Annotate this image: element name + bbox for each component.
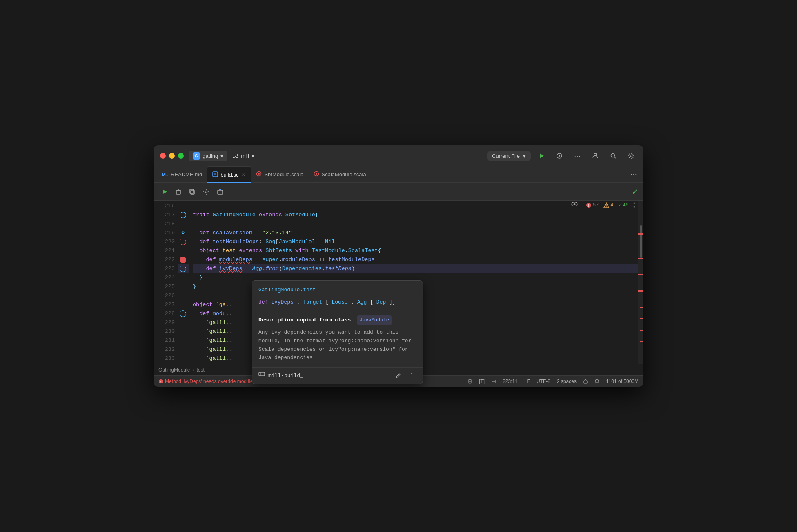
status-line-ending[interactable]: LF (524, 379, 530, 384)
main-area: ! 57 ! 4 ✓ 46 ▲ ▼ (154, 201, 643, 364)
delete-toolbar-button[interactable] (172, 186, 185, 198)
footer-module-name: mill-build_ (268, 371, 390, 380)
export-toolbar-button[interactable] (214, 186, 226, 198)
type-sbttests: SbtTests (265, 246, 295, 255)
tooltip-footer: mill-build_ ⋮ (252, 367, 423, 384)
code-line-221: object test extends SbtTests with TestMo… (193, 246, 640, 255)
breadcrumb-item-1[interactable]: GatlingModule (158, 367, 190, 373)
code-line-220: def testModuleDeps : Seq [ JavaModule ] … (193, 237, 640, 246)
status-position[interactable]: 223:11 (503, 379, 518, 384)
tab-build-label: build.sc (220, 172, 238, 178)
vcs-branch: mill (241, 153, 249, 159)
type-javamodule: JavaModule (279, 237, 312, 246)
tab-build[interactable]: build.sc ✕ (207, 166, 251, 183)
scrollbar-track[interactable] (638, 201, 643, 364)
status-indent-icon[interactable] (491, 379, 496, 384)
copy-toolbar-button[interactable] (186, 186, 198, 198)
minimize-button[interactable] (169, 153, 175, 159)
tab-scalamodule[interactable]: ScalaModule.scala (309, 166, 371, 183)
status-memory[interactable]: 1101 of 5000M (606, 379, 639, 384)
keyword-extends: extends (259, 211, 285, 219)
tooltip-body: Description copied from class: JavaModul… (252, 310, 423, 367)
kw-object: object (199, 246, 223, 255)
line-num-230: 230 (154, 327, 175, 336)
svg-rect-30 (259, 372, 265, 376)
code-line-216 (193, 202, 640, 211)
vcs-icon: ⎇ (232, 153, 238, 159)
current-file-label: Current File (492, 153, 520, 159)
scrollbar-error-mark-1 (638, 233, 643, 235)
status-lock-icon[interactable] (583, 379, 588, 384)
footer-module-icon (258, 371, 265, 381)
project-selector[interactable]: G gatling ▾ (189, 151, 227, 161)
line-num-229: 229 (154, 318, 175, 327)
scrollbar-error-mark-2 (638, 258, 643, 259)
current-file-selector[interactable]: Current File ▾ (487, 151, 531, 161)
line-num-232: 232 (154, 345, 175, 354)
fn-testdeps: testDeps (325, 264, 352, 273)
tab-sbtmodule-label: SbtModule.scala (264, 171, 303, 177)
settings-toolbar-button[interactable] (200, 186, 212, 198)
warning-text: Method 'ivyDeps' needs override modifier (165, 379, 254, 384)
project-icon: G (193, 152, 200, 160)
line-num-227: 227 (154, 300, 175, 309)
type-sbtmodule: SbtModule (285, 211, 315, 219)
status-bell-icon[interactable] (594, 379, 599, 384)
tabs-more-button[interactable]: ⋯ (627, 169, 640, 180)
kw-extends-221: extends (239, 246, 265, 255)
tab-sbtmodule[interactable]: SbtModule.scala (251, 166, 308, 183)
warning-message[interactable]: ! Method 'ivyDeps' needs override modifi… (158, 379, 254, 384)
code-line-222: def moduleDeps = super . moduleDeps ++ t… (193, 255, 640, 264)
maximize-button[interactable] (178, 153, 184, 159)
project-name: gatling (203, 153, 218, 159)
status-indent[interactable]: 2 spaces (557, 379, 577, 384)
svg-rect-40 (584, 381, 587, 383)
tooltip-edit-button[interactable] (393, 371, 403, 381)
run-button[interactable] (536, 150, 547, 162)
code-line-218 (193, 219, 640, 228)
tooltip-popup: GatlingModule.test def ivyDeps : Target … (252, 280, 423, 384)
nil: Nil (325, 237, 335, 246)
code-area[interactable]: ! 57 ! 4 ✓ 46 ▲ ▼ (154, 201, 643, 364)
debug-button[interactable] (554, 150, 565, 162)
obj-test: test (223, 246, 239, 255)
close-button[interactable] (160, 153, 166, 159)
svg-point-2 (559, 155, 560, 157)
status-type[interactable]: [T] (479, 379, 485, 384)
vcs-selector[interactable]: ⎇ mill ▾ (232, 153, 254, 159)
status-encoding-icon[interactable] (468, 379, 472, 384)
traffic-lights (160, 153, 184, 159)
svg-marker-15 (163, 189, 167, 194)
gutter-icon-219: ⚙ (180, 230, 186, 236)
tab-build-close[interactable]: ✕ (241, 172, 246, 178)
line-num-224: 224 (154, 273, 175, 282)
line-num-225: 225 (154, 282, 175, 291)
tab-readme[interactable]: M↓ README.md (157, 166, 207, 183)
line-num-226: 226 (154, 291, 175, 300)
run-toolbar-button[interactable] (158, 186, 171, 198)
tabs-bar: M↓ README.md build.sc ✕ SbtModule.scala … (154, 166, 643, 183)
tooltip-more-button[interactable]: ⋮ (406, 371, 416, 381)
scrollbar-error-mark-5 (640, 307, 643, 308)
str-version: "2.13.14" (262, 228, 292, 237)
scalamodule-tab-icon (314, 171, 319, 178)
gutter-icon-220: ↓ (180, 239, 186, 245)
search-button[interactable] (608, 150, 619, 162)
more-button[interactable]: ⋯ (572, 150, 583, 162)
line-num-216: 216 (154, 202, 175, 211)
title-bar-actions: ⋯ (536, 150, 637, 162)
tab-scalamodule-label: ScalaModule.scala (322, 171, 366, 177)
tooltip-header: GatlingModule.test def ivyDeps : Target … (252, 281, 423, 310)
class-name: GatlingModule (213, 211, 259, 219)
account-button[interactable] (590, 150, 601, 162)
tooltip-class-name: GatlingModule.test (258, 286, 416, 295)
breadcrumb-item-2[interactable]: test (196, 367, 204, 373)
svg-point-6 (630, 155, 632, 157)
tooltip-class-ref[interactable]: JavaModule (357, 315, 392, 325)
settings-button[interactable] (626, 150, 637, 162)
tab-readme-label: README.md (171, 171, 202, 177)
scrollbar-thumb[interactable] (640, 225, 642, 258)
fn-moduledeps-super: moduleDeps (282, 255, 315, 264)
status-encoding[interactable]: UTF-8 (537, 379, 550, 384)
kw-def-219: def (199, 228, 212, 237)
